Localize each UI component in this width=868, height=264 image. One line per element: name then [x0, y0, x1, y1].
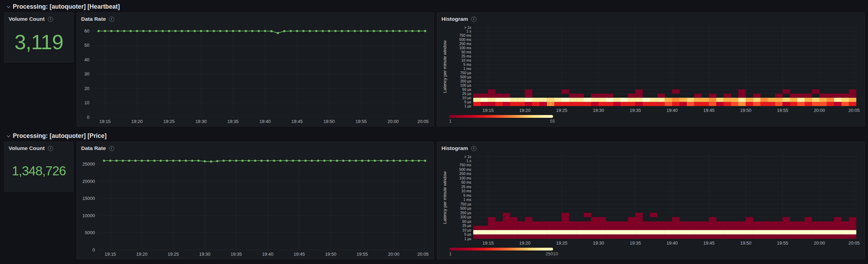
svg-text:19:45: 19:45 [703, 108, 715, 113]
svg-text:19:25: 19:25 [163, 119, 175, 124]
svg-text:19:55: 19:55 [356, 119, 367, 124]
svg-text:19:40: 19:40 [260, 119, 271, 124]
svg-text:50 µs: 50 µs [462, 219, 471, 223]
svg-text:10 µs: 10 µs [462, 96, 471, 100]
svg-text:750 ms: 750 ms [459, 163, 471, 167]
svg-text:0: 0 [93, 247, 95, 253]
svg-text:19:20: 19:20 [131, 119, 143, 124]
svg-text:1 s: 1 s [466, 29, 471, 33]
info-icon[interactable] [471, 17, 476, 22]
svg-text:20:05: 20:05 [417, 119, 429, 124]
svg-text:19:20: 19:20 [136, 252, 148, 257]
svg-text:250 µs: 250 µs [460, 79, 471, 83]
svg-text:30: 30 [85, 71, 89, 77]
info-icon[interactable] [109, 146, 114, 151]
svg-text:20:05: 20:05 [417, 252, 429, 257]
svg-text:19:20: 19:20 [519, 108, 531, 113]
svg-text:25 ms: 25 ms [461, 54, 471, 58]
svg-text:19:50: 19:50 [740, 240, 752, 246]
svg-text:20:05: 20:05 [848, 240, 860, 246]
panel-title: Histogram [441, 16, 468, 22]
svg-text:5 µs: 5 µs [464, 100, 471, 104]
panel-title: Volume Count [9, 16, 45, 22]
volume-count-panel: Volume Count 3,119 [4, 12, 73, 62]
svg-text:19:55: 19:55 [777, 108, 788, 113]
svg-text:19:35: 19:35 [227, 119, 239, 124]
svg-text:19:35: 19:35 [630, 108, 641, 113]
legend-max-label: 55 [550, 118, 555, 124]
svg-text:100 ms: 100 ms [459, 176, 471, 180]
legend-min-label: 1 [449, 251, 451, 256]
svg-text:19:50: 19:50 [324, 119, 335, 124]
svg-text:19:25: 19:25 [556, 240, 568, 246]
data-rate-panel: Data Rate 050001000015000200002500019:15… [77, 142, 434, 259]
panel-title: Volume Count [9, 145, 45, 151]
svg-text:500 µs: 500 µs [460, 206, 471, 210]
histogram-panel: Histogram > 1s1 s750 ms500 ms250 ms100 m… [437, 12, 865, 126]
panel-title: Data Rate [81, 145, 106, 151]
svg-text:25000: 25000 [82, 161, 95, 167]
legend-max-label: 25010 [545, 251, 558, 256]
svg-text:19:15: 19:15 [99, 119, 111, 124]
dashboard-row-price: Processing: [autoquoter] [Price] Volume … [4, 131, 865, 259]
svg-text:19:40: 19:40 [666, 240, 678, 246]
svg-text:5000: 5000 [85, 230, 95, 235]
chevron-down-icon [7, 134, 10, 137]
svg-text:> 1s: > 1s [464, 25, 471, 29]
svg-text:50: 50 [85, 43, 89, 48]
data-rate-chart[interactable]: 010203040506019:1519:2019:2519:3019:3519… [80, 23, 430, 125]
info-icon[interactable] [48, 146, 53, 151]
panel-title: Histogram [441, 145, 468, 151]
svg-text:750 µs: 750 µs [460, 202, 471, 206]
svg-text:100 µs: 100 µs [460, 83, 471, 87]
svg-text:10 ms: 10 ms [461, 58, 471, 62]
svg-text:60: 60 [85, 28, 89, 34]
svg-text:10 ms: 10 ms [461, 189, 471, 193]
heatmap-legend: 1 55 [449, 114, 861, 125]
svg-text:5 µs: 5 µs [464, 232, 471, 236]
svg-text:25 µs: 25 µs [462, 223, 471, 228]
info-icon[interactable] [109, 17, 114, 22]
svg-text:19:40: 19:40 [262, 252, 273, 257]
svg-text:20:00: 20:00 [814, 108, 825, 113]
row-header-heartbeat[interactable]: Processing: [autoquoter] [Heartbeat] [4, 1, 865, 12]
svg-text:10: 10 [85, 100, 89, 105]
svg-text:19:15: 19:15 [482, 108, 494, 113]
svg-text:1 µs: 1 µs [464, 104, 471, 108]
data-rate-chart[interactable]: 050001000015000200002500019:1519:2019:25… [80, 152, 430, 257]
volume-count-value: 3,119 [15, 30, 63, 54]
info-icon[interactable] [471, 146, 476, 151]
svg-text:19:15: 19:15 [482, 240, 494, 246]
svg-text:19:25: 19:25 [168, 252, 179, 257]
svg-text:20000: 20000 [82, 179, 95, 184]
svg-text:10 µs: 10 µs [462, 228, 471, 232]
panel-title: Data Rate [81, 16, 106, 22]
data-rate-panel: Data Rate 010203040506019:1519:2019:2519… [77, 12, 434, 126]
svg-text:19:40: 19:40 [666, 108, 678, 113]
chevron-down-icon [7, 5, 10, 8]
svg-text:5 ms: 5 ms [463, 62, 471, 67]
svg-text:19:55: 19:55 [777, 240, 788, 246]
histogram-chart[interactable]: > 1s1 s750 ms500 ms250 ms100 ms50 ms25 m… [441, 152, 861, 246]
histogram-chart[interactable]: > 1s1 s750 ms500 ms250 ms100 ms50 ms25 m… [441, 23, 861, 114]
histogram-panel: Histogram > 1s1 s750 ms500 ms250 ms100 m… [437, 142, 865, 259]
svg-text:25 ms: 25 ms [461, 185, 471, 189]
info-icon[interactable] [48, 17, 53, 22]
svg-text:19:45: 19:45 [703, 240, 715, 246]
svg-text:250 ms: 250 ms [459, 42, 471, 46]
row-header-price[interactable]: Processing: [autoquoter] [Price] [4, 131, 865, 141]
svg-text:1 ms: 1 ms [463, 67, 471, 71]
svg-text:500 µs: 500 µs [460, 75, 471, 79]
svg-text:19:30: 19:30 [593, 240, 604, 246]
svg-text:50 µs: 50 µs [462, 87, 471, 91]
svg-text:20: 20 [85, 86, 89, 91]
svg-text:20:00: 20:00 [387, 119, 399, 124]
svg-text:20:00: 20:00 [388, 252, 400, 257]
svg-text:> 1s: > 1s [464, 155, 471, 159]
svg-text:500 ms: 500 ms [459, 37, 471, 42]
svg-text:19:55: 19:55 [357, 252, 368, 257]
svg-text:19:15: 19:15 [105, 252, 116, 257]
svg-text:0: 0 [87, 115, 89, 120]
volume-count-panel: Volume Count 1,348,726 [4, 142, 73, 192]
svg-text:19:20: 19:20 [519, 240, 531, 246]
